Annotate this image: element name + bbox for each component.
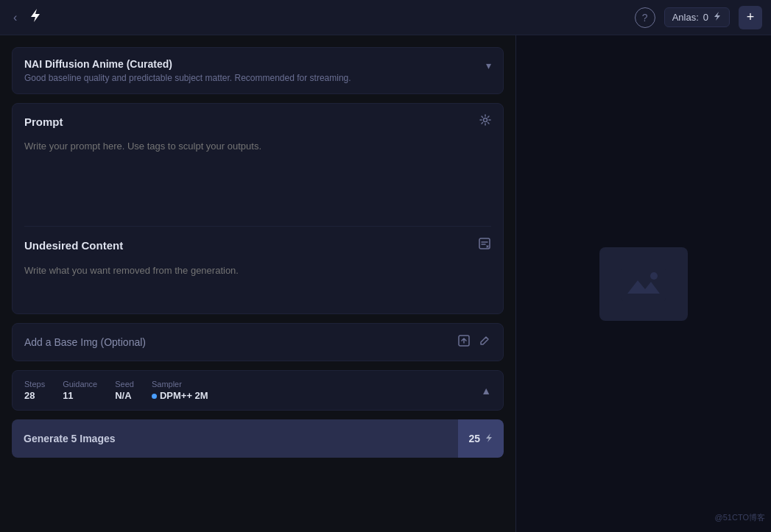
steps-label: Steps — [24, 380, 45, 389]
anlas-badge: Anlas: 0 — [664, 7, 730, 27]
steps-setting: Steps 28 — [24, 380, 45, 401]
prompt-label: Prompt — [24, 116, 63, 128]
guidance-value: 11 — [63, 390, 97, 401]
back-arrow-icon[interactable]: ‹ — [9, 8, 21, 27]
steps-value: 28 — [24, 390, 45, 401]
svg-rect-6 — [622, 266, 666, 302]
main-layout: NAI Diffusion Anime (Curated) Good basel… — [0, 35, 771, 532]
prompt-section: Prompt Undesired Content — [12, 103, 504, 314]
sampler-setting: Sampler DPM++ 2M — [152, 380, 208, 401]
generate-row: Generate 5 Images 25 — [12, 419, 504, 458]
model-name: NAI Diffusion Anime (Curated) — [24, 58, 351, 70]
image-placeholder — [599, 247, 688, 321]
prompt-input[interactable] — [13, 135, 503, 223]
anlas-value: 0 — [703, 12, 708, 23]
navbar-center: ? Anlas: 0 + — [635, 6, 762, 29]
right-panel — [515, 35, 771, 532]
model-card[interactable]: NAI Diffusion Anime (Curated) Good basel… — [12, 47, 504, 94]
model-info: NAI Diffusion Anime (Curated) Good basel… — [24, 58, 351, 83]
watermark: @51CTO博客 — [715, 512, 765, 523]
sampler-dot-icon — [152, 394, 157, 399]
svg-point-2 — [484, 118, 487, 122]
sampler-label: Sampler — [152, 380, 208, 389]
guidance-setting: Guidance 11 — [63, 380, 97, 401]
gear-icon[interactable] — [479, 114, 491, 129]
svg-marker-5 — [486, 433, 492, 442]
settings-chevron-icon[interactable]: ▲ — [481, 385, 491, 397]
navbar: ‹ ? Anlas: 0 + — [0, 0, 771, 35]
help-icon[interactable]: ? — [635, 7, 655, 28]
base-image-label: Add a Base Img (Optional) — [24, 336, 146, 348]
undesired-label: Undesired Content — [24, 239, 123, 252]
model-chevron-icon: ▾ — [486, 60, 491, 71]
navbar-left: ‹ — [9, 7, 43, 27]
logo-icon — [27, 7, 43, 27]
svg-marker-1 — [714, 12, 720, 21]
prompt-header: Prompt — [13, 104, 503, 135]
anlas-label: Anlas: — [672, 12, 699, 23]
svg-marker-0 — [31, 9, 40, 22]
generate-cost-badge[interactable]: 25 — [458, 419, 504, 458]
edit-icon[interactable] — [478, 334, 491, 350]
add-button[interactable]: + — [739, 6, 762, 29]
upload-icon[interactable] — [457, 334, 471, 350]
generate-button[interactable]: Generate 5 Images — [12, 419, 458, 458]
guidance-label: Guidance — [63, 380, 97, 389]
seed-setting: Seed N/A — [115, 380, 134, 401]
left-panel: NAI Diffusion Anime (Curated) Good basel… — [0, 35, 515, 532]
undesired-input[interactable] — [13, 259, 503, 311]
anlas-lightning-icon — [713, 11, 722, 24]
seed-value: N/A — [115, 390, 134, 401]
seed-label: Seed — [115, 380, 134, 389]
settings-items: Steps 28 Guidance 11 Seed N/A Sampler DP… — [24, 380, 208, 401]
model-description: Good baseline quality and predictable su… — [24, 73, 351, 83]
settings-section: Steps 28 Guidance 11 Seed N/A Sampler DP… — [12, 370, 504, 411]
undesired-header: Undesired Content — [13, 227, 503, 259]
generate-lightning-icon — [485, 433, 493, 445]
svg-point-7 — [650, 272, 658, 280]
base-image-icons — [457, 334, 491, 350]
generate-cost-value: 25 — [468, 433, 480, 444]
undesired-content-icon[interactable] — [478, 237, 491, 253]
sampler-value: DPM++ 2M — [152, 390, 208, 401]
base-image-section: Add a Base Img (Optional) — [12, 323, 504, 361]
